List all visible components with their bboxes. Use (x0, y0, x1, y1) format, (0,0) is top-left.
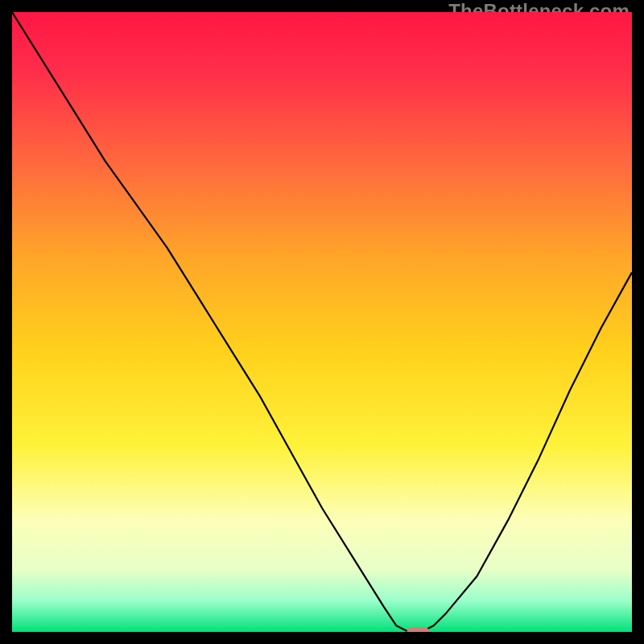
plot-area (12, 12, 632, 632)
optimal-marker (407, 627, 429, 632)
gradient-background (12, 12, 632, 632)
bottleneck-chart (12, 12, 632, 632)
chart-container: TheBottleneck.com (0, 0, 644, 644)
